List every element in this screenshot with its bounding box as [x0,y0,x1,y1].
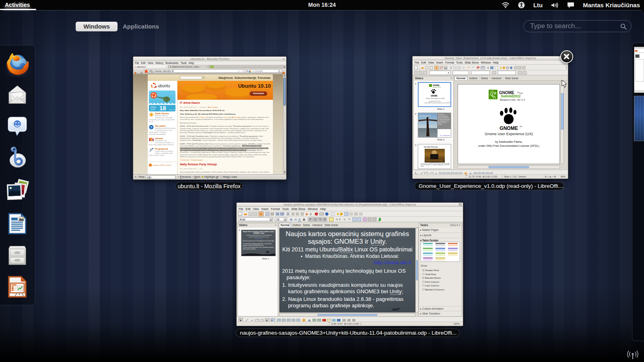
svg-text:A: A [294,218,297,222]
svg-text:?: ? [151,125,153,129]
svg-text:under GNU Free Documentation L: under GNU Free Documentation License (GF… [478,144,539,148]
svg-text:GNOME: GNOME [431,95,438,97]
svg-text:TM: TM [520,125,522,128]
svg-text:Summit2011: Summit2011 [501,94,520,98]
svg-text:A: A [290,218,293,222]
svg-text:ab: ab [444,67,447,69]
svg-text:Gnome User Experience (UX): Gnome User Experience (UX) [426,98,445,99]
svg-text:A: A [303,218,305,222]
svg-text:A: A [298,218,301,222]
svg-text:Summit 2011: Summit 2011 [433,86,441,88]
svg-text:Gnome User Experience (UX): Gnome User Experience (UX) [485,132,533,136]
svg-text:by Salahuddin Pasha,: by Salahuddin Pasha, [495,140,522,144]
svg-text:Bangalore India . Apr 2–3: Bangalore India . Apr 2–3 [500,99,525,101]
svg-text:ubuntu: ubuntu [158,84,170,88]
svg-text:GNOME: GNOME [500,125,518,131]
svg-text:under GNU Free Documentation L: under GNU Free Documentation License (GF… [424,102,450,104]
